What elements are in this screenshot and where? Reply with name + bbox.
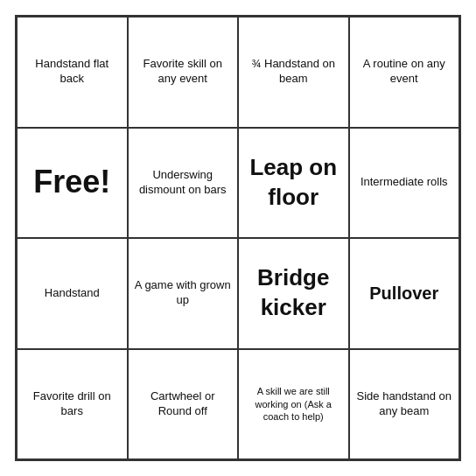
bingo-cell-6: Leap on floor <box>238 128 349 239</box>
bingo-cell-2: ¾ Handstand on beam <box>238 17 349 128</box>
bingo-cell-9: A game with grown up <box>128 238 239 349</box>
bingo-cell-1: Favorite skill on any event <box>128 17 239 128</box>
bingo-cell-7: Intermediate rolls <box>349 128 460 239</box>
bingo-cell-11: Pullover <box>349 238 460 349</box>
bingo-cell-12: Favorite drill on bars <box>17 349 128 460</box>
bingo-cell-3: A routine on any event <box>349 17 460 128</box>
bingo-cell-5: Underswing dismount on bars <box>128 128 239 239</box>
bingo-cell-10: Bridge kicker <box>238 238 349 349</box>
bingo-cell-15: Side handstand on any beam <box>349 349 460 460</box>
bingo-cell-4: Free! <box>17 128 128 239</box>
bingo-cell-8: Handstand <box>17 238 128 349</box>
bingo-cell-0: Handstand flat back <box>17 17 128 128</box>
bingo-cell-14: A skill we are still working on (Ask a c… <box>238 349 349 460</box>
bingo-board: Handstand flat backFavorite skill on any… <box>15 15 461 461</box>
bingo-cell-13: Cartwheel or Round off <box>128 349 239 460</box>
